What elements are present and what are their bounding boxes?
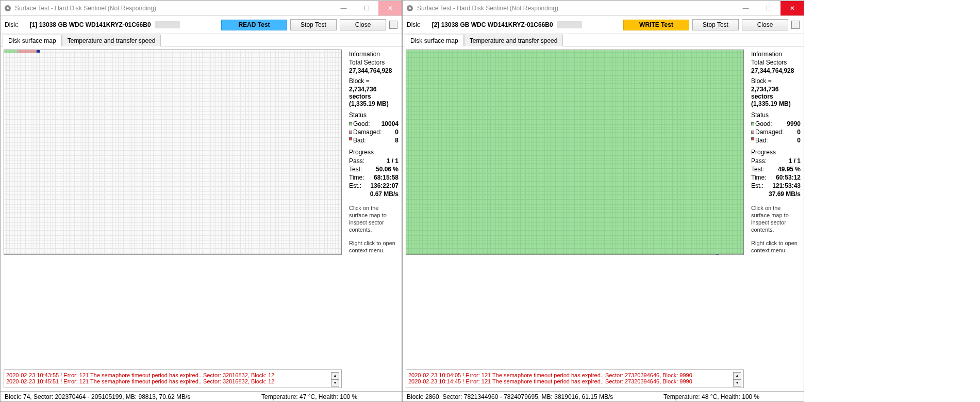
total-sectors-label: Total Sectors: [349, 59, 398, 66]
scroll-up-icon[interactable]: ▴: [331, 372, 339, 379]
test-label: Test:: [349, 165, 362, 173]
est-label: Est.:: [349, 182, 361, 190]
info-heading: Information: [349, 51, 398, 58]
log-line: 2020-02-23 10:45:51 ! Error: 121 The sem…: [6, 378, 331, 384]
total-sectors-value: 27,344,764,928: [751, 67, 801, 74]
app-icon: [4, 4, 12, 12]
tab-surface-map[interactable]: Disk surface map: [405, 35, 464, 46]
window-right: Surface Test - Hard Disk Sentinel (Not R…: [402, 0, 804, 402]
read-test-button[interactable]: READ Test: [221, 20, 287, 30]
serial-redacted: XXXXXX: [155, 21, 180, 28]
progress-heading: Progress: [751, 149, 801, 156]
scroll-down-icon[interactable]: ▾: [733, 379, 741, 387]
close-button-toolbar[interactable]: Close: [742, 19, 788, 30]
block-mb: (1,335.19 MB): [349, 100, 398, 107]
good-value: 9990: [787, 120, 801, 128]
save-icon[interactable]: [389, 21, 397, 29]
status-block-info: Block: 74, Sector: 202370464 - 205105199…: [1, 393, 257, 400]
total-sectors-label: Total Sectors: [751, 59, 801, 66]
maximize-button[interactable]: ☐: [757, 1, 780, 15]
status-heading: Status: [349, 111, 398, 119]
hint-rightclick: Right click to open context menu.: [349, 239, 398, 254]
disk-label: Disk:: [407, 21, 421, 28]
svg-point-3: [409, 7, 411, 9]
maximize-button[interactable]: ☐: [355, 1, 378, 15]
save-icon[interactable]: [791, 21, 800, 29]
window-title: Surface Test - Hard Disk Sentinel (Not R…: [417, 5, 734, 12]
test-value: 49.95 %: [778, 165, 801, 173]
damaged-swatch-icon: [751, 131, 754, 134]
titlebar[interactable]: Surface Test - Hard Disk Sentinel (Not R…: [403, 1, 804, 16]
damaged-value: 0: [797, 128, 801, 136]
tab-temperature[interactable]: Temperature and transfer speed: [464, 35, 563, 46]
tab-surface-map[interactable]: Disk surface map: [3, 35, 62, 46]
hint-click: Click on the surface map to inspect sect…: [751, 204, 801, 233]
good-value: 10004: [381, 120, 398, 128]
pass-label: Pass:: [349, 157, 364, 165]
good-label: Good:: [755, 120, 772, 128]
window-title: Surface Test - Hard Disk Sentinel (Not R…: [15, 5, 332, 12]
bad-label: Bad:: [755, 136, 768, 144]
surface-column: 2020-02-23 10:04:05 ! Error: 121 The sem…: [403, 46, 747, 391]
progress-heading: Progress: [349, 149, 398, 156]
time-label: Time:: [349, 173, 364, 182]
content: 2020-02-23 10:43:55 ! Error: 121 The sem…: [1, 46, 402, 391]
rate-value: 0.67 MB/s: [370, 190, 398, 198]
serial-redacted: XXXXXX: [557, 21, 582, 28]
svg-point-1: [7, 7, 9, 9]
pass-value: 1 / 1: [789, 157, 801, 165]
error-log[interactable]: 2020-02-23 10:04:05 ! Error: 121 The sem…: [406, 369, 744, 388]
tab-temperature[interactable]: Temperature and transfer speed: [62, 35, 161, 46]
good-swatch-icon: [349, 122, 352, 125]
damaged-label: Damaged:: [353, 128, 381, 136]
bad-value: 8: [395, 136, 398, 144]
block-sectors: 2,734,736 sectors: [751, 86, 801, 100]
scroll-up-icon[interactable]: ▴: [733, 372, 741, 379]
block-label: Block =: [751, 77, 801, 85]
close-button[interactable]: ✕: [780, 1, 804, 15]
bad-swatch-icon: [349, 137, 352, 140]
surface-map[interactable]: [4, 50, 342, 255]
rate-value: 37.69 MB/s: [769, 190, 801, 198]
titlebar[interactable]: Surface Test - Hard Disk Sentinel (Not R…: [1, 1, 402, 16]
status-temperature: Temperature: 48 °C, Health: 100 %: [659, 393, 804, 400]
time-value: 60:53:12: [776, 173, 801, 182]
toolbar: Disk: [1] 13038 GB WDC WD141KRYZ-01C66B0…: [1, 16, 402, 34]
est-value: 136:22:07: [370, 182, 398, 190]
hint-click: Click on the surface map to inspect sect…: [349, 204, 398, 233]
stop-test-button[interactable]: Stop Test: [692, 19, 739, 30]
tab-strip: Disk surface map Temperature and transfe…: [403, 34, 804, 46]
status-bar: Block: 2860, Sector: 7821344960 - 782407…: [403, 391, 804, 401]
status-temperature: Temperature: 47 °C, Health: 100 %: [257, 393, 402, 400]
damaged-value: 0: [395, 128, 398, 136]
log-line: 2020-02-23 10:04:05 ! Error: 121 The sem…: [408, 372, 733, 378]
disk-name: [1] 13038 GB WDC WD141KRYZ-01C66B0: [30, 21, 151, 28]
info-heading: Information: [751, 51, 801, 58]
disk-label: Disk:: [5, 21, 19, 28]
time-label: Time:: [751, 173, 767, 182]
surface-map[interactable]: [406, 50, 744, 255]
write-test-button[interactable]: WRITE Test: [623, 20, 689, 30]
time-value: 68:15:58: [374, 173, 398, 182]
log-line: 2020-02-23 10:43:55 ! Error: 121 The sem…: [6, 372, 331, 378]
toolbar: Disk: [2] 13038 GB WDC WD141KRYZ-01C66B0…: [403, 16, 804, 34]
surface-column: 2020-02-23 10:43:55 ! Error: 121 The sem…: [1, 46, 345, 391]
status-heading: Status: [751, 111, 801, 119]
close-button-toolbar[interactable]: Close: [340, 19, 386, 30]
pass-value: 1 / 1: [387, 157, 398, 165]
hint-rightclick: Right click to open context menu.: [751, 239, 801, 254]
bad-label: Bad:: [353, 136, 366, 144]
tab-strip: Disk surface map Temperature and transfe…: [1, 34, 402, 46]
close-button[interactable]: ✕: [378, 1, 402, 15]
bad-value: 0: [797, 136, 801, 144]
minimize-button[interactable]: —: [734, 1, 757, 15]
info-panel: Information Total Sectors 27,344,764,928…: [747, 46, 804, 391]
scroll-down-icon[interactable]: ▾: [331, 379, 339, 387]
error-log[interactable]: 2020-02-23 10:43:55 ! Error: 121 The sem…: [4, 369, 342, 388]
minimize-button[interactable]: —: [332, 1, 355, 15]
block-sectors: 2,734,736 sectors: [349, 86, 398, 100]
stop-test-button[interactable]: Stop Test: [290, 19, 337, 30]
total-sectors-value: 27,344,764,928: [349, 67, 398, 74]
block-label: Block =: [349, 77, 398, 85]
damaged-label: Damaged:: [755, 128, 784, 136]
